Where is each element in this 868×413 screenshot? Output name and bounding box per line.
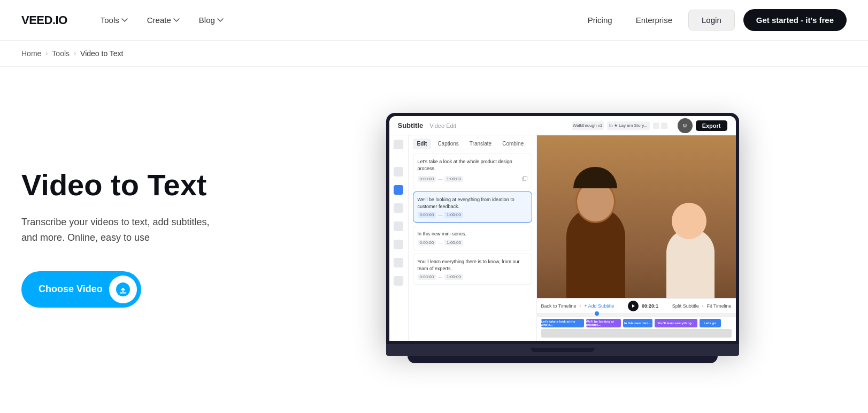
clip-5[interactable]: Let's go	[700, 319, 721, 327]
clip-1[interactable]: Let's take a look at the whole...	[541, 319, 584, 327]
hero-section: Video to Text Transcribe your videos to …	[0, 67, 868, 399]
panel-tabs: Edit Captions Translate Combine	[409, 135, 536, 149]
breadcrumb: Home › Tools › Video to Text	[0, 41, 868, 67]
export-button[interactable]: Export	[696, 120, 727, 131]
timeline-area: Back to Timeline • + Add Subtitle 00:20:…	[537, 298, 736, 341]
svg-marker-3	[632, 304, 635, 308]
svg-rect-2	[523, 177, 527, 180]
tl-sep: •	[580, 303, 581, 308]
panel-tab-edit[interactable]: Edit	[413, 139, 432, 149]
nav-item-tools[interactable]: Tools	[93, 11, 135, 29]
start-time-3: 0:00:00	[418, 240, 436, 246]
nav-blog-label: Blog	[199, 16, 215, 25]
end-time-2: 1:00:00	[444, 212, 463, 218]
workspace-badge: In ★ Lay em Story...	[607, 121, 650, 130]
tl-sep2: •	[702, 303, 704, 308]
breadcrumb-sep-1: ›	[45, 50, 48, 57]
subtitle-text-1: Let's take a look at the whole product d…	[418, 158, 527, 172]
app-topbar: Subtitle Video Edit Walkthrough v1 In ★ …	[389, 116, 736, 135]
laptop-screen: Subtitle Video Edit Walkthrough v1 In ★ …	[386, 113, 739, 344]
time-sep-1: —	[438, 177, 442, 181]
subtitle-text-4: You'll learn everything there is to know…	[418, 258, 527, 272]
play-button[interactable]	[628, 301, 639, 311]
subtitle-times-3: 0:00:00 — 1:00:00	[418, 240, 527, 246]
navbar: VEED.IO Tools Create Blog Pricing Enterp…	[0, 0, 868, 41]
timeline-ruler	[537, 313, 736, 317]
start-time-4: 0:00:00	[418, 274, 436, 280]
sidebar-icon-elements[interactable]	[394, 240, 403, 249]
subtitle-item-2[interactable]: We'll be looking at everything from idea…	[413, 192, 532, 223]
sidebar-icon-share[interactable]	[394, 276, 403, 286]
avatar: U	[678, 118, 693, 133]
subtitle-item-4[interactable]: You'll learn everything there is to know…	[413, 254, 532, 285]
play-icon	[631, 304, 635, 308]
nav-tools-label: Tools	[101, 16, 119, 25]
clip-4[interactable]: You'll learn everything...	[655, 319, 697, 327]
nav-item-create[interactable]: Create	[140, 11, 187, 29]
chevron-down-icon	[217, 17, 224, 24]
upload-icon	[116, 282, 130, 296]
redo-icon[interactable]	[661, 123, 667, 129]
choose-video-button[interactable]: Choose Video	[21, 271, 141, 308]
breadcrumb-sep-2: ›	[74, 50, 76, 57]
breadcrumb-tools[interactable]: Tools	[52, 49, 70, 58]
time-sep-4: —	[438, 274, 442, 279]
sidebar-icon-upload[interactable]	[394, 167, 403, 177]
timeline-controls: Back to Timeline • + Add Subtitle 00:20:…	[537, 299, 736, 313]
track-row-1: Let's take a look at the whole... We'll …	[541, 319, 732, 327]
panel-tab-translate[interactable]: Translate	[465, 139, 496, 149]
time-sep-2: —	[438, 212, 442, 217]
get-started-button[interactable]: Get started - it's free	[743, 9, 847, 31]
laptop-notch	[531, 348, 595, 352]
track-row-2	[541, 329, 732, 338]
panel-tab-combine[interactable]: Combine	[498, 139, 528, 149]
breadcrumb-home[interactable]: Home	[21, 49, 41, 58]
app-window: Subtitle Video Edit Walkthrough v1 In ★ …	[389, 116, 736, 341]
end-time-1: 1:00:00	[444, 176, 463, 182]
person-right-head	[672, 203, 706, 239]
time-sep-3: —	[438, 240, 442, 245]
copy-icon[interactable]	[522, 176, 527, 181]
choose-video-label: Choose Video	[39, 284, 103, 295]
split-subtitle-btn[interactable]: Split Subtitle	[672, 303, 699, 309]
time-display: 00:20:1	[642, 303, 658, 309]
subtitle-item-3[interactable]: In this new mini-series. 0:00:00 — 1:00:…	[413, 226, 532, 250]
app-title: Subtitle	[398, 121, 424, 129]
laptop-foot	[408, 356, 718, 363]
nav-right: Pricing Enterprise Login Get started - i…	[580, 9, 847, 31]
undo-icon[interactable]	[653, 123, 659, 129]
subtitle-icons-1	[522, 174, 527, 183]
nav-pricing[interactable]: Pricing	[580, 11, 620, 29]
hero-title: Video to Text	[21, 169, 257, 202]
clip-2[interactable]: We'll be looking at product...	[586, 319, 621, 327]
start-time-2: 0:00:00	[418, 212, 436, 218]
sidebar-icon-subtitle[interactable]	[394, 185, 403, 195]
walkthrough-badge: Walkthrough v1	[572, 121, 604, 130]
playhead-dot	[595, 311, 599, 316]
upload-icon-circle	[109, 276, 137, 303]
clip-3[interactable]: In this new mini...	[623, 319, 652, 327]
nav-links: Tools Create Blog	[93, 11, 580, 29]
add-subtitle-btn[interactable]: + Add Subtitle	[584, 303, 614, 309]
logo[interactable]: VEED.IO	[21, 13, 67, 27]
nav-enterprise[interactable]: Enterprise	[628, 11, 680, 29]
panel-tab-captions[interactable]: Captions	[433, 139, 463, 149]
end-time-4: 1:00:00	[444, 274, 463, 280]
subtitle-item-1[interactable]: Let's take a look at the whole product d…	[413, 154, 532, 188]
hero-content: Video to Text Transcribe your videos to …	[21, 169, 278, 307]
subtitle-times-1: 0:00:00 — 1:00:00	[418, 174, 527, 183]
nav-item-blog[interactable]: Blog	[191, 11, 231, 29]
login-button[interactable]: Login	[688, 10, 735, 30]
sidebar-icon-text[interactable]	[394, 203, 403, 213]
sidebar-icon-filters[interactable]	[394, 258, 403, 267]
chevron-down-icon	[173, 17, 180, 24]
app-content: Edit Captions Translate Combine Let's ta…	[389, 135, 736, 341]
hero-description: Transcribe your videos to text, add subt…	[21, 215, 225, 246]
sidebar-icon-settings[interactable]	[394, 140, 403, 149]
sidebar-icon-audio[interactable]	[394, 221, 403, 231]
back-to-timeline-btn[interactable]: Back to Timeline	[541, 303, 577, 309]
start-time-1: 0:00:00	[418, 176, 436, 182]
video-track	[541, 329, 732, 338]
subtitle-times-4: 0:00:00 — 1:00:00	[418, 274, 527, 280]
fit-timeline-btn[interactable]: Fit Timeline	[706, 303, 731, 309]
